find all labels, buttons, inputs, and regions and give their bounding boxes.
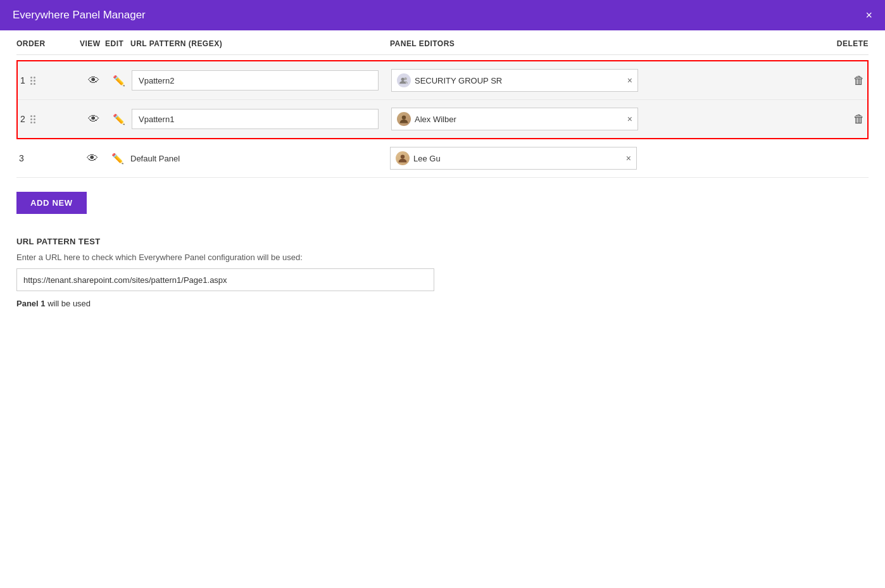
view-icon[interactable]: 👁 <box>87 152 98 165</box>
editor-pill-box: Lee Gu × <box>390 147 637 170</box>
url-test-description: Enter a URL here to check which Everywhe… <box>16 253 869 262</box>
table-row: 2 👁 ✏️ <box>18 100 867 138</box>
row-view[interactable]: 👁 <box>81 74 106 87</box>
person-avatar <box>396 151 410 165</box>
row-delete[interactable]: 🗑 <box>644 74 867 87</box>
drag-handle[interactable] <box>30 77 35 85</box>
editor-name: Lee Gu <box>413 154 622 163</box>
order-number: 1 <box>20 75 25 85</box>
close-button[interactable]: × <box>865 9 872 22</box>
editor-name: Alex Wilber <box>415 115 624 124</box>
remove-editor-button[interactable]: × <box>627 75 632 85</box>
delete-icon[interactable]: 🗑 <box>853 113 865 126</box>
url-pattern-input[interactable] <box>132 109 379 129</box>
row-order: 3 <box>16 153 80 163</box>
view-icon[interactable]: 👁 <box>88 74 99 87</box>
url-test-result: Panel 1 will be used <box>16 299 869 308</box>
group-avatar <box>397 73 411 87</box>
row-url-pattern: Default Panel <box>130 153 384 164</box>
drag-handle[interactable] <box>30 115 35 123</box>
url-test-title: URL PATTERN TEST <box>16 237 869 246</box>
row-editors: SECURITY GROUP SR × <box>391 69 644 92</box>
svg-point-0 <box>401 78 405 81</box>
content-area: ORDER VIEW EDIT URL PATTERN (REGEX) PANE… <box>0 30 885 325</box>
remove-editor-button[interactable]: × <box>626 153 631 163</box>
row-edit[interactable]: ✏️ <box>105 153 130 165</box>
default-panel-label: Default Panel <box>130 154 180 163</box>
header-edit: EDIT <box>105 39 130 48</box>
editor-pill-box: Alex Wilber × <box>391 108 638 130</box>
table-row: 3 👁 ✏️ Default Panel Lee Gu × <box>16 139 869 178</box>
edit-icon[interactable]: ✏️ <box>111 153 124 165</box>
person-avatar <box>397 112 411 126</box>
title-bar: Everywhere Panel Manager × <box>0 0 885 30</box>
row-order: 1 <box>18 75 81 85</box>
row-url-pattern[interactable] <box>132 109 385 129</box>
column-headers: ORDER VIEW EDIT URL PATTERN (REGEX) PANE… <box>16 30 869 55</box>
header-url: URL PATTERN (REGEX) <box>130 39 384 48</box>
row-edit[interactable]: ✏️ <box>106 75 132 87</box>
url-pattern-input[interactable] <box>132 70 379 91</box>
svg-point-3 <box>401 154 405 158</box>
url-test-section: URL PATTERN TEST Enter a URL here to che… <box>16 237 869 308</box>
row-editors: Lee Gu × <box>390 147 643 170</box>
delete-icon[interactable]: 🗑 <box>853 74 865 87</box>
row-edit[interactable]: ✏️ <box>106 113 132 125</box>
editor-name: SECURITY GROUP SR <box>415 76 624 85</box>
order-number: 3 <box>19 153 24 163</box>
row-editors: Alex Wilber × <box>391 108 644 130</box>
editor-pill-box: SECURITY GROUP SR × <box>391 69 638 92</box>
edit-icon[interactable]: ✏️ <box>113 75 125 87</box>
row-view[interactable]: 👁 <box>81 113 106 126</box>
row-order: 2 <box>18 114 81 124</box>
highlighted-rows: 1 👁 ✏️ <box>16 60 869 139</box>
edit-icon[interactable]: ✏️ <box>113 113 125 125</box>
header-order: ORDER <box>16 39 80 48</box>
order-number: 2 <box>20 114 25 124</box>
row-view[interactable]: 👁 <box>80 152 105 165</box>
row-url-pattern[interactable] <box>132 70 385 91</box>
header-delete: DELETE <box>643 39 869 48</box>
header-editors: PANEL EDITORS <box>390 39 643 48</box>
url-test-result-prefix: Panel 1 <box>16 299 46 308</box>
app-title: Everywhere Panel Manager <box>13 9 146 22</box>
header-view: VIEW <box>80 39 105 48</box>
svg-point-1 <box>404 77 406 80</box>
remove-editor-button[interactable]: × <box>627 114 632 124</box>
url-test-result-suffix: will be used <box>46 299 91 308</box>
view-icon[interactable]: 👁 <box>88 113 99 126</box>
svg-point-2 <box>402 115 406 119</box>
row-delete[interactable]: 🗑 <box>644 113 867 126</box>
table-row: 1 👁 ✏️ <box>18 61 867 100</box>
url-test-input[interactable] <box>16 268 434 291</box>
add-new-button[interactable]: ADD NEW <box>16 192 87 214</box>
